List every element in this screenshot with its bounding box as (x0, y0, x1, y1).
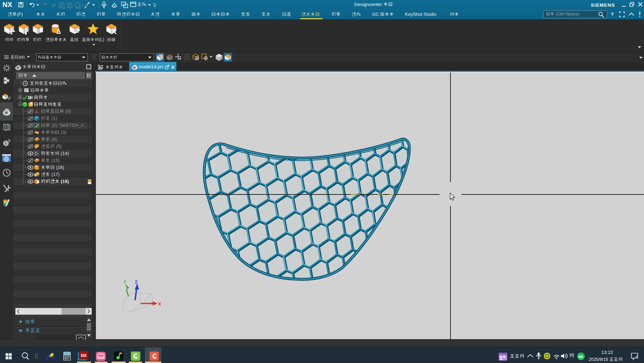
svg-text:(17): (17) (50, 172, 60, 177)
svg-text:?: ? (611, 12, 614, 17)
svg-text:(18): (18) (59, 179, 69, 184)
svg-text:(14): (14) (59, 151, 69, 156)
svg-text:(1): (1) (50, 116, 57, 121)
svg-text:X: X (158, 302, 161, 307)
svg-text:(4): (4) (50, 137, 57, 142)
svg-text:model14.prt: model14.prt (139, 64, 163, 69)
svg-text:(F): (F) (17, 12, 23, 17)
svg-text:NX: NX (2, 1, 12, 8)
svg-text:(Ctrl+Space): (Ctrl+Space) (555, 12, 580, 16)
svg-text:SIEMENS: SIEMENS (591, 2, 615, 8)
svg-text:(5): (5) (55, 144, 62, 149)
svg-text:Z: Z (135, 279, 138, 285)
svg-text:(M): (M) (19, 55, 25, 59)
svg-text:(0): (0) (64, 109, 71, 114)
svg-text:(16): (16) (55, 165, 64, 170)
svg-text:(15): (15) (50, 158, 60, 163)
svg-text:Designcenter: Designcenter (354, 2, 383, 7)
svg-text:bilibili: bilibili (98, 356, 104, 358)
svg-text:Y: Y (124, 280, 126, 285)
svg-text:GC: GC (372, 12, 380, 17)
svg-text:13:22: 13:22 (601, 350, 613, 355)
svg-text:i: i (5, 141, 6, 145)
svg-text:KeyShot Studio: KeyShot Studio (405, 12, 436, 17)
svg-text:NX: NX (81, 353, 87, 358)
svg-text:(L): (L) (99, 37, 104, 42)
svg-text:(3): (3) (59, 130, 66, 135)
svg-text:66: 66 (579, 355, 583, 359)
svg-text:2025/9/15: 2025/9/15 (589, 357, 609, 362)
svg-text:(2) "SKETCH_0...: (2) "SKETCH_0... (50, 123, 88, 128)
svg-text:M: M (185, 55, 188, 59)
